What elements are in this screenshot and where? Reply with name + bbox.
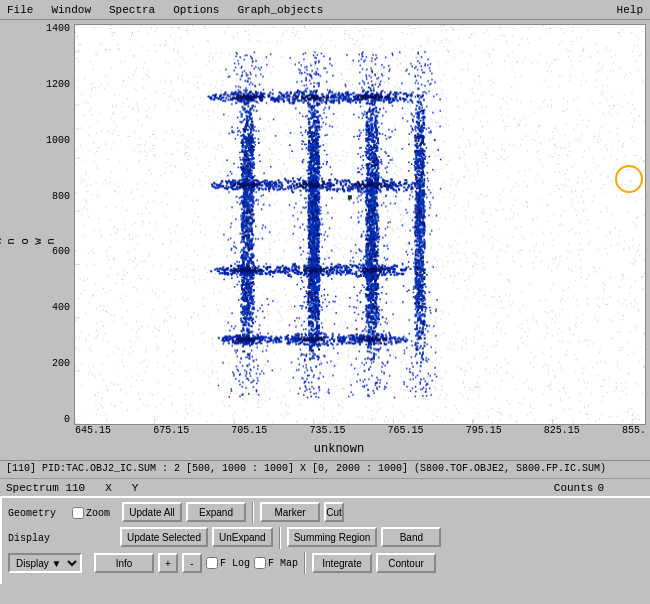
y-label: Y	[132, 482, 139, 494]
integrate-button[interactable]: Integrate	[312, 553, 372, 573]
x-tick-645: 645.15	[75, 425, 111, 436]
menu-help[interactable]: Help	[614, 3, 646, 17]
fp-map-checkbox[interactable]	[254, 557, 266, 569]
menu-file[interactable]: File	[4, 3, 36, 17]
y-tick-800: 800	[52, 192, 70, 202]
y-field: Y	[132, 482, 139, 494]
menu-bar: File Window Spectra Options Graph_object…	[0, 0, 650, 20]
spectrum-label: Spectrum 110	[6, 482, 85, 494]
orange-circle	[615, 165, 643, 193]
x-label: X	[105, 482, 112, 494]
status-bar: [110] PID:TAC.OBJ2_IC.SUM : 2 [500, 1000…	[0, 460, 650, 478]
log-checkbox[interactable]	[206, 557, 218, 569]
separator2	[279, 527, 281, 549]
y-axis-label: u k n o w n	[0, 236, 58, 245]
log-label: F Log	[220, 558, 250, 569]
x-tick-labels: 645.15 675.15 705.15 735.15 765.15 795.1…	[32, 425, 646, 440]
band-button[interactable]: Band	[381, 527, 441, 547]
fp-map-checkbox-label[interactable]: F Map	[254, 557, 298, 569]
expand-button[interactable]: Expand	[186, 502, 246, 522]
toolbar-row3: Display ▼ Info + - F Log F Map Integrate…	[8, 552, 644, 574]
log-checkbox-label[interactable]: F Log	[206, 557, 250, 569]
x-field: X	[105, 482, 112, 494]
plot-container: u k n o w n 1400 1200 1000 800 600 400 2…	[0, 20, 650, 460]
info-button[interactable]: Info	[94, 553, 154, 573]
update-all-button[interactable]: Update All	[122, 502, 182, 522]
menu-spectra[interactable]: Spectra	[106, 3, 158, 17]
counts-field: Counts 0	[554, 482, 604, 494]
x-axis-label: unknown	[314, 442, 364, 456]
y-tick-0: 0	[64, 415, 70, 425]
toolbar: Geometry Zoom Update All Expand Marker C…	[0, 496, 650, 584]
x-tick-765: 765.15	[388, 425, 424, 436]
status-text: [110] PID:TAC.OBJ2_IC.SUM : 2 [500, 1000…	[6, 463, 606, 474]
contour-button[interactable]: Contour	[376, 553, 436, 573]
x-tick-795: 795.15	[466, 425, 502, 436]
display-dropdown[interactable]: Display ▼	[8, 553, 82, 573]
menu-options[interactable]: Options	[170, 3, 222, 17]
fp-map-label: F Map	[268, 558, 298, 569]
minus-button[interactable]: -	[182, 553, 202, 573]
marker-button[interactable]: Marker	[260, 502, 320, 522]
toolbar-row1: Geometry Zoom Update All Expand Marker C…	[8, 502, 644, 524]
y-tick-1000: 1000	[46, 136, 70, 146]
y-tick-1200: 1200	[46, 80, 70, 90]
y-tick-400: 400	[52, 303, 70, 313]
canvas-container[interactable]	[74, 24, 646, 425]
menu-graph-objects[interactable]: Graph_objects	[234, 3, 326, 17]
zoom-checkbox[interactable]	[72, 507, 84, 519]
summing-region-button[interactable]: Summing Region	[287, 527, 378, 547]
info-bar: Spectrum 110 X Y Counts 0	[0, 478, 650, 496]
unexpand-button[interactable]: UnExpand	[212, 527, 273, 547]
y-axis-label-container: u k n o w n	[4, 24, 32, 456]
y-tick-1400: 1400	[46, 24, 70, 34]
x-tick-825: 825.15	[544, 425, 580, 436]
counts-value: 0	[597, 482, 604, 494]
x-axis-label-container: unknown	[32, 440, 646, 457]
y-tick-labels: 1400 1200 1000 800 600 400 200 0	[32, 24, 74, 425]
y-tick-200: 200	[52, 359, 70, 369]
menu-window[interactable]: Window	[48, 3, 94, 17]
counts-label: Counts	[554, 482, 594, 494]
plot-area: 1400 1200 1000 800 600 400 200 0 645.15 …	[32, 24, 646, 456]
display-label: Display	[8, 533, 68, 544]
y-tick-600: 600	[52, 247, 70, 257]
zoom-label: Zoom	[86, 508, 110, 519]
spectrum-field: Spectrum 110	[6, 482, 85, 494]
zoom-checkbox-label[interactable]: Zoom	[72, 507, 110, 519]
geometry-label: Geometry	[8, 508, 68, 519]
plot-with-yaxis: 1400 1200 1000 800 600 400 200 0	[32, 24, 646, 425]
x-tick-735: 735.15	[309, 425, 345, 436]
plus-button[interactable]: +	[158, 553, 178, 573]
toolbar-row2: Display Update Selected UnExpand Summing…	[8, 527, 644, 549]
separator1	[252, 502, 254, 524]
scatter-canvas	[75, 25, 645, 424]
x-tick-705: 705.15	[231, 425, 267, 436]
separator3	[304, 552, 306, 574]
x-tick-855: 855.	[622, 425, 646, 436]
cut-button[interactable]: Cut	[324, 502, 344, 522]
x-tick-675: 675.15	[153, 425, 189, 436]
update-selected-button[interactable]: Update Selected	[120, 527, 208, 547]
